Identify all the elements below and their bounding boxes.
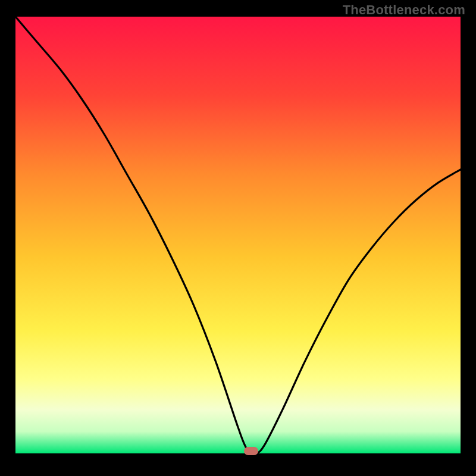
chart-frame: TheBottleneck.com	[0, 0, 476, 476]
chart-svg	[15, 17, 461, 453]
gradient-background	[15, 17, 461, 453]
watermark-text: TheBottleneck.com	[343, 2, 465, 18]
plot-area	[15, 17, 461, 453]
optimum-marker	[244, 447, 258, 455]
